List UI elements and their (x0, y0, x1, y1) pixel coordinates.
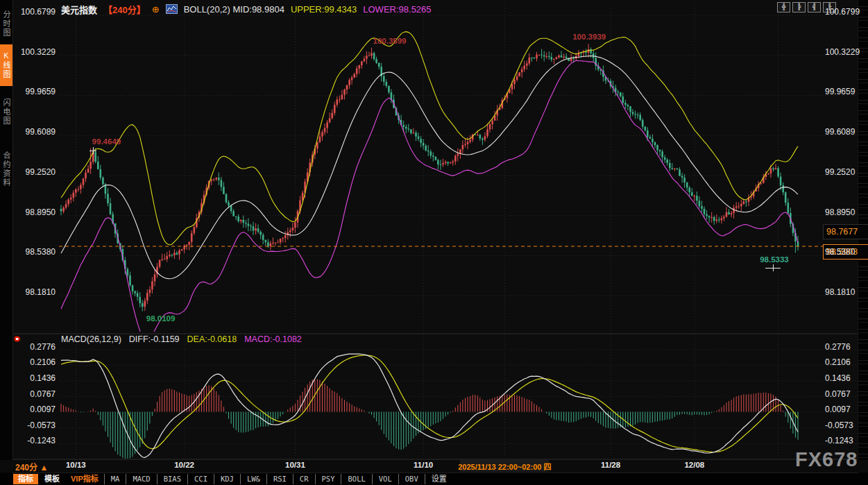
macd-diff-readout: DIFF:-0.1159 (129, 334, 180, 344)
toolbar-item-4[interactable]: MA (104, 474, 126, 484)
new-window-icon[interactable]: ╠ (792, 2, 806, 12)
toolbar-item-5[interactable]: MACD (126, 474, 156, 484)
toolbar-item-10[interactable]: RSI (266, 474, 293, 484)
toolbar-item-12[interactable]: PSY (315, 474, 341, 484)
sidebar-tab-1[interactable]: 分时图 (0, 4, 12, 43)
macd-value-readout: MACD:-0.1082 (244, 334, 302, 344)
time-axis-label: 11/28 (601, 461, 620, 469)
price-axis-label-right: 100.6799 (825, 7, 860, 17)
macd-axis-label-left: 0.2106 (14, 357, 56, 367)
boll-mid-readout: BOLL(20,2) MID:98.9804 (184, 4, 284, 15)
price-axis-label-left: 99.6089 (14, 127, 56, 137)
chart-application: 分时图K线图闪电图合约资料 美元指数 【240分】 ⊕ BOLL(20,2) M… (0, 0, 868, 485)
crosshair-marker (765, 264, 781, 271)
time-axis-label: 10/13 (66, 461, 86, 469)
triangle-up-icon: ▲ (40, 463, 48, 473)
price-axis-label-left: 100.3229 (14, 47, 56, 57)
toolbar-item-7[interactable]: CCI (187, 474, 214, 484)
time-axis-label: 10/31 (285, 461, 305, 469)
macd-axis-label-left: 0.1436 (14, 373, 56, 383)
price-axis-label-right: 99.6089 (825, 127, 855, 137)
crosshair-marker (90, 147, 96, 154)
toolbar-item-8[interactable]: KDJ (214, 474, 240, 484)
price-axis-label-left: 99.2520 (14, 167, 56, 177)
toolbar-item-16[interactable]: 设置 (425, 474, 453, 484)
macd-header: MACD(26,12,9) DIFF:-0.1159 DEA:-0.0618 M… (61, 334, 302, 344)
price-axis-label-right: 98.8950 (825, 207, 855, 217)
price-axis-label-right: 99.2520 (825, 167, 855, 177)
price-axis-label-right: 98.5380 (825, 247, 855, 257)
price-annotation: 98.5333 (760, 255, 789, 264)
macd-axis-label-right: -0.0573 (825, 420, 853, 430)
macd-axis-label-right: 0.1436 (825, 373, 851, 383)
sidebar-tab-2[interactable]: K线图 (0, 44, 12, 86)
price-axis-label-left: 99.9659 (14, 87, 56, 96)
price-annotation: 99.4649 (92, 137, 121, 146)
macd-axis-label-left: 0.0767 (14, 389, 56, 399)
toolbar-item-14[interactable]: VOL (372, 474, 398, 484)
chart-canvas-wrap[interactable] (0, 0, 868, 485)
macd-axis-label-right: 0.2106 (825, 357, 851, 367)
period-label[interactable]: 【240分】 (103, 3, 146, 16)
toolbar-item-9[interactable]: LW& (240, 474, 266, 484)
macd-axis-label-left: 0.2776 (14, 342, 56, 352)
macd-axis-label-right: 0.2776 (825, 342, 851, 352)
sidebar-tab-4[interactable]: 合约资料 (0, 140, 12, 198)
macd-axis-label-left: -0.0573 (14, 420, 56, 430)
toolbar-item-6[interactable]: BIAS (157, 474, 187, 484)
chart-header: 美元指数 【240分】 ⊕ BOLL(20,2) MID:98.9804 UPP… (61, 3, 432, 15)
crosshair-date-box: 2025/11/13 22:00~02:00 四 (460, 460, 549, 472)
add-indicator-icon[interactable]: ⊕ (152, 4, 160, 15)
macd-dea-readout: DEA:-0.0618 (187, 334, 237, 344)
price-annotation: 98.0109 (146, 314, 176, 323)
toolbar-item-11[interactable]: CR (293, 474, 315, 484)
playback-icon[interactable]: ╣ (808, 2, 821, 12)
macd-axis-label-left: 0.0097 (14, 405, 56, 414)
price-axis-label-right: 98.1810 (825, 287, 855, 297)
symbol-name: 美元指数 (61, 3, 97, 16)
sidebar-tab-3[interactable]: 闪电图 (0, 90, 12, 133)
toolbar-item-13[interactable]: BOLL (341, 474, 371, 484)
price-axis-label-left: 98.1810 (14, 287, 56, 297)
macd-axis-label-right: 0.0767 (825, 389, 851, 399)
toolbar-item-3[interactable]: VIP指标 (66, 474, 103, 484)
watermark: FX678 (795, 448, 858, 471)
toolbar-item-1[interactable]: 指标 (13, 474, 38, 484)
price-axis-label-left: 98.8950 (14, 207, 56, 217)
candles-layer (60, 44, 799, 311)
macd-formula: MACD(26,12,9) (61, 334, 121, 344)
macd-axis-label-left: -0.1243 (14, 436, 56, 445)
time-axis-label: 11/10 (414, 461, 433, 469)
macd-layer (61, 354, 798, 459)
period-selector[interactable]: 240分 ▲ (15, 461, 48, 473)
toolbar-item-2[interactable]: 模板 (40, 474, 65, 484)
time-axis-label: 12/08 (684, 461, 704, 469)
indicator-thumbnail-icon[interactable] (166, 4, 178, 14)
price-axis-label-left: 98.5380 (14, 247, 56, 257)
move-icon[interactable]: ╬ (777, 2, 790, 12)
boll-upper-readout: UPPER:99.4343 (291, 4, 357, 15)
price-axis-label-left: 100.6799 (14, 7, 56, 17)
indicator-toolbar: 指标模板VIP指标MAMACDBIASCCIKDJLW&RSICRPSYBOLL… (0, 473, 868, 485)
chart-svg[interactable] (0, 0, 868, 485)
macd-axis-label-right: -0.1243 (825, 436, 853, 445)
prior-price-box: 98.7677 (823, 224, 868, 239)
chart-type-sidebar: 分时图K线图闪电图合约资料 (0, 0, 13, 473)
price-annotation: 100.3939 (572, 33, 606, 41)
price-annotation: 100.3599 (373, 37, 407, 45)
macd-axis-label-right: 0.0097 (825, 405, 851, 414)
time-axis: 240分 ▲ 2025/11/13 22:00~02:00 四 10/1310/… (0, 460, 868, 473)
boll-lower-readout: LOWER:98.5265 (363, 4, 431, 15)
price-axis-label-right: 99.9659 (825, 87, 855, 96)
toolbar-item-15[interactable]: OBV (398, 474, 425, 484)
time-axis-label: 10/22 (174, 461, 194, 469)
price-axis-label-right: 100.3229 (825, 47, 860, 57)
